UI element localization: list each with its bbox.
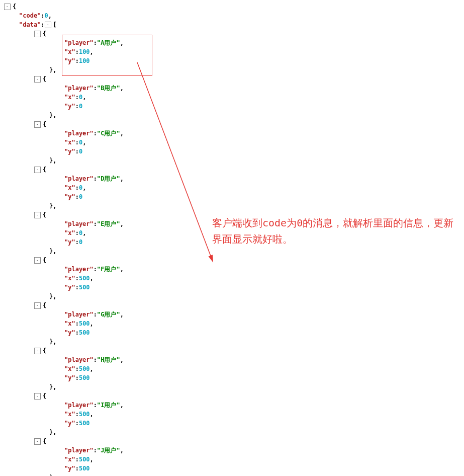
json-line: "player":"B用户",	[4, 84, 460, 93]
json-line: "x":500,	[4, 455, 460, 464]
json-line: "y":0	[4, 102, 460, 111]
json-array-item: -{"player":"H用户","x":500,"y":500},	[4, 346, 460, 391]
json-line: -{	[4, 165, 460, 174]
json-line: "y":500	[4, 419, 460, 428]
json-line: "y":100	[4, 56, 460, 65]
json-line: "player":"A用户",	[4, 38, 460, 47]
json-line: },	[4, 247, 460, 256]
json-array-item: -{"player":"I用户","x":500,"y":500},	[4, 391, 460, 437]
collapse-icon[interactable]: -	[34, 257, 41, 264]
json-line: },	[4, 111, 460, 120]
json-line: "y":500	[4, 464, 460, 473]
json-array-item: -{"player":"B用户","x":0,"y":0},	[4, 74, 460, 120]
collapse-icon[interactable]: -	[34, 348, 41, 354]
collapse-icon[interactable]: -	[45, 22, 51, 28]
json-line: "x":100,	[4, 47, 460, 56]
collapse-icon[interactable]: -	[34, 167, 41, 173]
json-line: "x":500,	[4, 319, 460, 328]
json-line: "player":"C用户",	[4, 129, 460, 138]
json-line: -{	[4, 74, 460, 84]
json-line: "x":0,	[4, 183, 460, 192]
json-tree-viewer: 客户端收到code为0的消息，就解析里面的信息，更新界面显示就好啦。 -{ "c…	[4, 2, 460, 476]
json-array-item: -{"player":"F用户","x":500,"y":500},	[4, 256, 460, 301]
collapse-icon[interactable]: -	[4, 4, 11, 10]
json-array-item: -{"player":"G用户","x":500,"y":500},	[4, 301, 460, 346]
json-line: "player":"F用户",	[4, 265, 460, 274]
json-array-item: -{"player":"J用户","x":500,"y":500}	[4, 437, 460, 476]
json-line: "x":500,	[4, 274, 460, 283]
json-line: -{	[4, 210, 460, 219]
json-line: },	[4, 382, 460, 391]
json-line: -{	[4, 437, 460, 446]
json-line: "player":"D用户",	[4, 174, 460, 183]
json-line: },	[4, 201, 460, 210]
json-line: "y":500	[4, 328, 460, 337]
json-line: "player":"E用户",	[4, 219, 460, 228]
json-line: "y":0	[4, 147, 460, 156]
json-line: "x":0,	[4, 138, 460, 147]
collapse-icon[interactable]: -	[34, 121, 41, 128]
json-line: -{	[4, 120, 460, 129]
json-array-item: -{"player":"C用户","x":0,"y":0},	[4, 120, 460, 165]
json-line: "x":0,	[4, 93, 460, 102]
collapse-icon[interactable]: -	[34, 212, 41, 218]
json-line: },	[4, 337, 460, 346]
json-array-item: -{"player":"A用户","x":100,"y":100},	[4, 29, 460, 74]
json-line: "player":"I用户",	[4, 401, 460, 410]
json-line: "y":0	[4, 192, 460, 201]
json-line: -{	[4, 256, 460, 265]
json-array-item: -{"player":"D用户","x":0,"y":0},	[4, 165, 460, 210]
json-array-item: -{"player":"E用户","x":0,"y":0},	[4, 210, 460, 256]
collapse-icon[interactable]: -	[34, 302, 41, 309]
json-line: },	[4, 428, 460, 437]
collapse-icon[interactable]: -	[34, 438, 41, 445]
json-line: "x":500,	[4, 410, 460, 419]
json-line: -{	[4, 391, 460, 401]
json-line: "y":500	[4, 283, 460, 292]
json-line: "player":"H用户",	[4, 355, 460, 364]
json-line: -{	[4, 29, 460, 38]
json-line: "code":0,	[4, 11, 460, 20]
json-line: "player":"J用户",	[4, 446, 460, 455]
json-line: },	[4, 292, 460, 301]
json-line: -{	[4, 301, 460, 310]
collapse-icon[interactable]: -	[34, 393, 41, 400]
collapse-icon[interactable]: -	[34, 76, 41, 83]
json-line: "x":0,	[4, 228, 460, 237]
json-line: "y":0	[4, 237, 460, 247]
collapse-icon[interactable]: -	[34, 31, 41, 37]
json-line: -{	[4, 2, 460, 11]
json-line: "player":"G用户",	[4, 310, 460, 319]
json-line: "data":-[	[4, 20, 460, 29]
json-line: -{	[4, 346, 460, 355]
json-line: "y":500	[4, 373, 460, 382]
json-line: },	[4, 65, 460, 74]
json-line: }	[4, 473, 460, 476]
json-line: "x":500,	[4, 364, 460, 373]
json-line: },	[4, 156, 460, 165]
